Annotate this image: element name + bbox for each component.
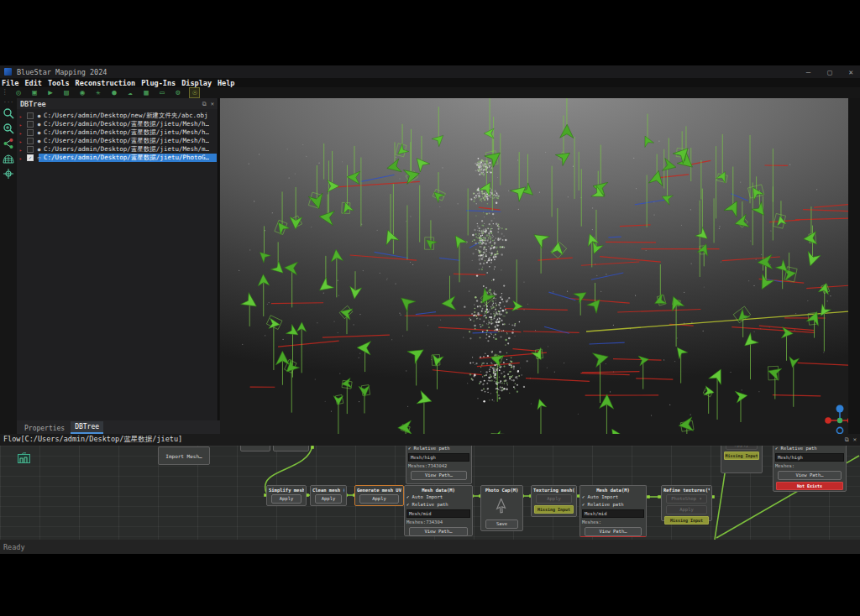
node-checkbox[interactable]: ✓ Relative path	[775, 446, 844, 452]
menu-item-plug-ins[interactable]: Plug-Ins	[141, 79, 176, 87]
menu-item-help[interactable]: Help	[218, 79, 234, 87]
tree-expand-icon[interactable]: ▸	[17, 155, 24, 161]
tree-expand-icon[interactable]: ▸	[17, 147, 24, 153]
node-button[interactable]: Apply	[315, 494, 342, 504]
left-tool-strip: ···	[0, 98, 17, 436]
menu-item-reconstruction[interactable]: Reconstruction	[76, 79, 136, 87]
node-button[interactable]: Apply	[271, 494, 302, 504]
menu-item-display[interactable]: Display	[181, 79, 212, 87]
flow-node-import-mesh[interactable]: Import Mesh…	[158, 446, 210, 465]
toolbar-grip: ⁞	[3, 88, 7, 97]
tree-expand-icon[interactable]: ▸	[17, 113, 24, 119]
flow-canvas[interactable]: Import Mesh…Simplify mesh(*)ApplyClean m…	[0, 446, 860, 540]
flow-folder-icon[interactable]	[18, 451, 30, 467]
node-button[interactable]: View Path…	[409, 527, 468, 536]
node-path-input[interactable]: Mesh/mid	[406, 509, 470, 518]
float-panel-icon[interactable]: ⧉	[845, 436, 849, 443]
node-title: Mesh data(M)	[582, 488, 644, 493]
tree-item[interactable]: ▸●C:/Users/admin/Desktop/蓝星数据/jietu/Mesh…	[17, 120, 218, 128]
flow-node-mesh-data-mid-2[interactable]: Mesh data(M)✓ Auto Import✓ Relative path…	[579, 485, 647, 537]
tree-item[interactable]: ▸●C:/Users/admin/Desktop/new/新建文件夹/abc.o…	[17, 112, 218, 120]
dbtree-panel-header: DBTree ⧉ ✕	[17, 98, 218, 109]
float-panel-icon[interactable]: ⧉	[202, 101, 207, 107]
tree-item-label: C:/Users/admin/Desktop/蓝星数据/jietu/PhotoG…	[44, 154, 209, 162]
node-checkbox[interactable]: ✓ Auto Import	[582, 494, 644, 500]
share-nodes-icon[interactable]	[3, 138, 15, 149]
menu-item-edit[interactable]: Edit	[24, 79, 41, 87]
node-title: Clean mesh (*)	[312, 488, 344, 493]
navigate-target-icon[interactable]: ◎	[13, 88, 23, 97]
flow-node-texturing-mesh[interactable]: Texturing mesh(*)ApplyMissing Input	[531, 485, 577, 517]
flow-node-simplify-mesh[interactable]: Simplify mesh(*)Apply	[266, 485, 307, 506]
menu-item-tools[interactable]: Tools	[48, 79, 70, 87]
node-checkbox[interactable]: ✓ Relative path	[406, 502, 470, 508]
record-disc-icon[interactable]: ◉	[77, 88, 87, 97]
tree-expand-icon[interactable]: ▸	[17, 138, 24, 144]
maximize-button[interactable]: ▢	[827, 68, 831, 76]
flow-node-photo-cap[interactable]: Photo Cap(M)Save	[480, 485, 523, 531]
cloud-icon[interactable]: ☁	[125, 88, 134, 97]
node-path-input[interactable]: Mesh/high	[775, 453, 844, 462]
flow-node-stub-c[interactable]: ApplyMissing Input	[721, 446, 763, 473]
tree-expand-icon[interactable]: ▸	[17, 130, 24, 136]
tree-item-checkbox[interactable]	[27, 146, 34, 153]
dbtree-panel-buttons: ⧉ ✕	[202, 101, 214, 107]
node-path-input[interactable]: Mesh/mid	[582, 509, 644, 518]
tree-item-checkbox[interactable]	[27, 138, 34, 144]
close-panel-icon[interactable]: ✕	[211, 101, 214, 107]
search-icon[interactable]	[3, 107, 15, 119]
minimize-button[interactable]: –	[806, 68, 810, 76]
tab-dbtree[interactable]: DBTree	[71, 421, 103, 434]
tree-item-label: C:/Users/admin/Desktop/new/新建文件夹/abc.obj	[44, 112, 208, 120]
tree-item-checkbox[interactable]	[27, 129, 34, 136]
node-dropdown-disabled: PhotoShop ▾	[666, 494, 707, 504]
move-crosshair-icon[interactable]	[3, 168, 15, 180]
node-checkbox[interactable]: ✓ Relative path	[408, 446, 469, 452]
close-button[interactable]: ✕	[849, 68, 853, 76]
node-checkbox[interactable]: ✓ Auto Import	[406, 494, 470, 500]
tab-properties[interactable]: Properties	[20, 423, 69, 434]
flow-wire	[715, 467, 726, 540]
tree-item[interactable]: ▸●C:/Users/admin/Desktop/蓝星数据/jietu/Mesh…	[17, 137, 218, 145]
viewport-3d[interactable]	[220, 98, 848, 434]
node-checkbox[interactable]: ✓ Relative path	[582, 502, 644, 508]
flow-node-stub-a[interactable]	[240, 446, 270, 452]
memory-card-icon[interactable]: ▭	[157, 88, 166, 97]
settings-icon[interactable]: ⚙	[173, 88, 182, 97]
tree-item-label: C:/Users/admin/Desktop/蓝星数据/jietu/Mesh/h…	[44, 137, 209, 145]
tree-item[interactable]: ▸●C:/Users/admin/Desktop/蓝星数据/jietu/Mesh…	[17, 145, 218, 154]
tree-item[interactable]: ▸●C:/Users/admin/Desktop/蓝星数据/jietu/Mesh…	[17, 128, 218, 137]
axes-icon[interactable]: ✳	[93, 88, 102, 97]
node-path-input[interactable]: Mesh/high	[408, 453, 469, 462]
flow-node-clean-mesh[interactable]: Clean mesh (*)Apply	[310, 485, 347, 506]
node-button[interactable]: Save	[485, 519, 518, 529]
import-project-icon[interactable]: ▣	[29, 88, 39, 97]
node-button[interactable]: View Path…	[585, 527, 642, 536]
flow-node-stub-b[interactable]	[273, 446, 309, 452]
tree-item-checkbox[interactable]: ✓	[27, 154, 34, 161]
tree-item-checkbox[interactable]	[27, 121, 34, 128]
tree-item-label: C:/Users/admin/Desktop/蓝星数据/jietu/Mesh/m…	[44, 145, 209, 154]
tree-expand-icon[interactable]: ▸	[17, 122, 24, 128]
close-panel-icon[interactable]: ✕	[853, 436, 857, 443]
flow-node-generate-mesh-uv[interactable]: Generate mesh UV(*)Apply	[354, 485, 404, 506]
flow-node-refine-textures[interactable]: Refine textures(*)PhotoShop ▾ApplyMissin…	[661, 485, 712, 521]
flow-node-mesh-data-high-right[interactable]: ✓ Relative pathMesh/highMeshes:View Path…	[773, 446, 847, 492]
pointer-icon[interactable]: ▶	[45, 88, 55, 97]
tree-item-label: C:/Users/admin/Desktop/蓝星数据/jietu/Mesh/h…	[44, 128, 209, 137]
tree-item-checkbox[interactable]	[27, 112, 34, 119]
document-icon[interactable]: ▤	[61, 88, 71, 97]
node-button[interactable]: Apply	[359, 494, 399, 504]
missing-input-badge: Missing Input	[534, 505, 574, 514]
node-button[interactable]: View Path…	[411, 471, 467, 480]
flow-node-mesh-data-mid[interactable]: Mesh data(M)✓ Auto Import✓ Relative path…	[404, 485, 473, 536]
zoom-select-icon[interactable]	[3, 123, 15, 134]
bulb-icon[interactable]: ☉	[189, 87, 200, 98]
layers-icon[interactable]: ▦	[141, 88, 150, 97]
menu-item-file[interactable]: File	[2, 79, 18, 87]
node-button[interactable]: View Path…	[778, 471, 842, 480]
sphere-icon[interactable]: ●	[109, 88, 118, 97]
flow-node-mesh-data-high-top[interactable]: ✓ Relative pathMesh/highMeshes:7343042Vi…	[406, 446, 472, 484]
mesh-dome-icon[interactable]	[3, 153, 15, 164]
tree-item[interactable]: ▸✓▭C:/Users/admin/Desktop/蓝星数据/jietu/Pho…	[17, 154, 218, 162]
